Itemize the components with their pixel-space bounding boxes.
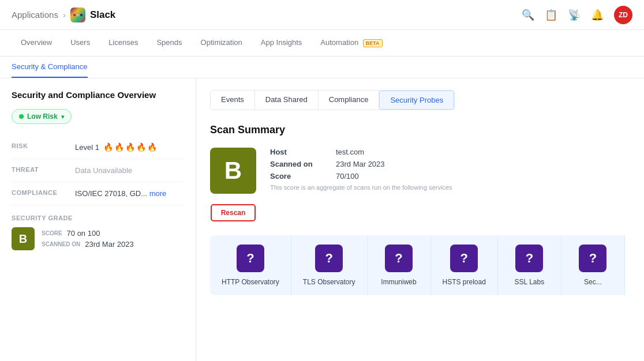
flame-4: 🔥: [136, 142, 146, 152]
grade-scan-row: SCANNED ON 23rd Mar 2023: [42, 240, 134, 249]
host-value: test.com: [336, 148, 364, 156]
tab-events[interactable]: Events: [211, 91, 255, 110]
ssllabs-icon: ?: [515, 245, 543, 272]
scanned-label: SCANNED ON: [42, 241, 80, 247]
security-grade-title: SECURITY GRADE: [12, 215, 184, 221]
flame-5: 🔥: [147, 142, 157, 152]
security-grade-section: SECURITY GRADE B SCORE 70 on 100 SCANNED…: [12, 215, 184, 250]
tab-security-compliance[interactable]: Security & Compliance: [12, 57, 88, 78]
tab-security-probes[interactable]: Security Probes: [379, 91, 454, 110]
scan-scanned-row: Scanned on 23rd Mar 2023: [270, 160, 630, 168]
threat-label-key: THREAT: [12, 166, 75, 173]
app-icon: [70, 7, 85, 22]
immuniweb-icon: ?: [385, 245, 413, 272]
tls-observatory-label: TLS Observatory: [303, 278, 355, 286]
svg-rect-3: [80, 14, 83, 16]
scan-details: Host test.com Scanned on 23rd Mar 2023 S…: [270, 148, 630, 191]
breadcrumb-separator: ›: [63, 10, 66, 20]
search-icon[interactable]: 🔍: [522, 9, 534, 21]
score-key: Score: [270, 172, 322, 180]
avatar[interactable]: ZD: [614, 6, 632, 24]
flame-2: 🔥: [114, 142, 124, 152]
service-grid: ? HTTP Observatory ? TLS Observatory ? I…: [210, 235, 630, 295]
tab-data-shared[interactable]: Data Shared: [255, 91, 319, 110]
score-label: SCORE: [42, 230, 62, 236]
left-panel: Security and Compliance Overview Low Ris…: [0, 78, 196, 361]
info-rows: RISK Level 1 🔥 🔥 🔥 🔥 🔥 THREAT Data Unava…: [12, 136, 184, 205]
tab-optimization[interactable]: Optimization: [192, 30, 252, 56]
tab-overview[interactable]: Overview: [12, 30, 61, 56]
page-body: Security and Compliance Overview Low Ris…: [0, 78, 644, 361]
http-observatory-label: HTTP Observatory: [222, 278, 279, 286]
tls-observatory-icon: ?: [315, 245, 343, 272]
flame-1: 🔥: [103, 142, 113, 152]
tab-licenses[interactable]: Licenses: [99, 30, 147, 56]
http-observatory-icon: ?: [237, 245, 264, 272]
compliance-row: COMPLIANCE ISO/IEC 27018, GD... more: [12, 182, 184, 205]
breadcrumb: Applications › Slack: [12, 7, 115, 22]
sec-icon: ?: [579, 245, 606, 272]
scan-logo: B: [210, 148, 256, 194]
compliance-value: ISO/IEC 27018, GD... more: [75, 189, 166, 198]
service-card-http[interactable]: ? HTTP Observatory: [210, 235, 291, 295]
rss-icon[interactable]: 📡: [568, 9, 581, 21]
scan-host-row: Host test.com: [270, 148, 630, 156]
service-card-ssllabs[interactable]: ? SSL Labs: [498, 235, 561, 295]
bell-icon[interactable]: 🔔: [591, 9, 604, 21]
ssllabs-label: SSL Labs: [515, 278, 545, 286]
app-name: Slack: [90, 9, 115, 21]
risk-badge[interactable]: Low Risk ▾: [12, 109, 72, 124]
secondary-nav: Security & Compliance: [0, 57, 644, 78]
nav-tabs: Overview Users Licenses Spends Optimizat…: [0, 30, 644, 57]
service-card-tls[interactable]: ? TLS Observatory: [291, 235, 368, 295]
chevron-down-icon: ▾: [61, 114, 64, 120]
risk-label-key: RISK: [12, 142, 75, 149]
scan-card: B Rescan Host test.com Scanned on 23rd M…: [210, 148, 630, 221]
scanned-value: 23rd Mar 2023: [85, 240, 134, 249]
tab-automation[interactable]: Automation BETA: [311, 30, 391, 56]
svg-rect-2: [77, 17, 79, 20]
scan-score-row: Score 70/100: [270, 172, 630, 180]
tab-spends[interactable]: Spends: [147, 30, 191, 56]
sec-label: Sec...: [584, 278, 602, 286]
clipboard-icon[interactable]: 📋: [545, 9, 557, 21]
svg-rect-4: [77, 14, 79, 16]
immuniweb-label: Immuniweb: [381, 278, 416, 286]
grade-badge: B: [12, 227, 35, 250]
risk-dot: [19, 114, 24, 119]
rescan-button[interactable]: Rescan: [211, 204, 256, 221]
grade-info: SCORE 70 on 100 SCANNED ON 23rd Mar 2023: [42, 229, 134, 249]
inner-tabs: Events Data Shared Compliance Security P…: [210, 90, 455, 110]
compliance-label-key: COMPLIANCE: [12, 189, 75, 196]
svg-rect-1: [77, 10, 79, 13]
tab-compliance[interactable]: Compliance: [319, 91, 380, 110]
risk-label: Low Risk: [27, 112, 58, 121]
scan-summary-title: Scan Summary: [210, 124, 630, 136]
hsts-icon: ?: [450, 245, 478, 272]
tab-users[interactable]: Users: [61, 30, 99, 56]
scanned-on-value: 23rd Mar 2023: [336, 160, 385, 168]
applications-link[interactable]: Applications: [12, 10, 58, 20]
right-panel: Events Data Shared Compliance Security P…: [196, 78, 644, 361]
header-actions: 🔍 📋 📡 🔔 ZD: [522, 6, 632, 24]
flame-3: 🔥: [125, 142, 135, 152]
compliance-more-link[interactable]: more: [149, 189, 167, 198]
service-card-immuniweb[interactable]: ? Immuniweb: [368, 235, 431, 295]
scan-note: This score is an aggregate of scans run …: [270, 184, 630, 191]
scanned-on-label: Scanned on: [270, 160, 322, 168]
service-card-hsts[interactable]: ? HSTS preload: [431, 235, 498, 295]
threat-value: Data Unavailable: [75, 166, 132, 175]
section-title: Security and Compliance Overview: [12, 90, 184, 100]
service-card-sec[interactable]: ? Sec...: [561, 235, 625, 295]
threat-row: THREAT Data Unavailable: [12, 159, 184, 182]
svg-rect-0: [73, 14, 76, 16]
grade-score-row: SCORE 70 on 100: [42, 229, 134, 238]
hsts-label: HSTS preload: [443, 278, 486, 286]
tab-app-insights[interactable]: App Insights: [252, 30, 312, 56]
host-label: Host: [270, 148, 322, 156]
grade-row: B SCORE 70 on 100 SCANNED ON 23rd Mar 20…: [12, 227, 184, 250]
risk-value: Level 1 🔥 🔥 🔥 🔥 🔥: [75, 142, 157, 152]
header: Applications › Slack 🔍 📋 📡 🔔 ZD: [0, 0, 644, 30]
risk-row: RISK Level 1 🔥 🔥 🔥 🔥 🔥: [12, 136, 184, 159]
score-value: 70 on 100: [67, 229, 100, 238]
